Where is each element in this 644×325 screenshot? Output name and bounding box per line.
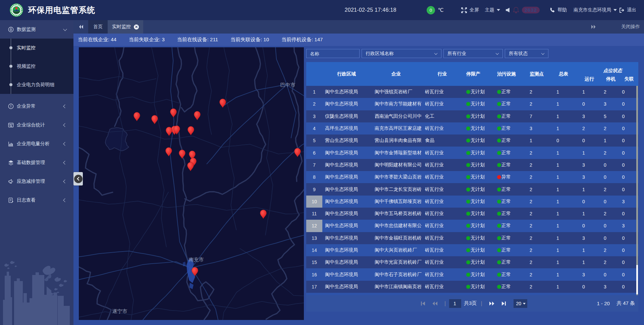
cell-running: 1 [577,150,602,156]
previous-page-button[interactable] [432,301,438,306]
cell-treatment-facility: 正常 [494,235,523,241]
map-pin-14[interactable] [187,162,194,171]
region-filter-select[interactable]: 行政区域名称 [362,49,441,58]
map-pin-4[interactable] [194,111,201,120]
map-pin-11[interactable] [178,149,186,159]
close-operations-button[interactable]: 关闭操作 [621,24,640,30]
map-pin-15[interactable] [294,148,301,157]
forward-tabs-button[interactable] [591,24,596,29]
table-row-7[interactable]: 7阆中生态环境局阆中明阳建材有限公司砖瓦行业无计划正常21300 [306,159,638,171]
table-scrollbar[interactable] [636,86,638,295]
col-header-1[interactable]: 行政区域 [322,62,371,86]
tab-1[interactable]: 首页 [88,20,108,34]
map-pin-9[interactable] [187,126,195,136]
table-row-13[interactable]: 13阆中生态环境局阆中市金福旺页岩机砖砖瓦行业无计划正常21300 [306,232,638,244]
table-row-17[interactable]: 17阆中生态环境局阆中市江南镇阆南页岩砖瓦行业无计划正常21030 [306,281,638,293]
status-filter-select[interactable]: 所有状态 [505,49,548,58]
map-pin-5[interactable] [151,115,158,124]
table-row-15[interactable]: 15阆中生态环境局阆中市光富页岩机砖厂砖瓦行业无计划正常21120 [306,256,638,268]
cell-region: 阆中生态环境局 [322,259,371,265]
table-row-18[interactable]: 18南部生态环境局南部县新华水泥有限公建材加工无计划正常60060 [306,293,638,295]
col-subheader-2[interactable]: 停机 [602,74,620,86]
last-page-button[interactable] [501,301,506,306]
map-pin-8[interactable] [173,125,180,135]
map-pin-16[interactable] [260,209,267,219]
sidebar-item-3[interactable]: 企业综合统计 [0,116,73,134]
tab-2[interactable]: 实时监控✕ [108,20,143,34]
table-scrollbar-thumb[interactable] [636,265,638,294]
table-row-9[interactable]: 9阆中生态环境局阆中市二龙长宝页岩砖砖瓦行业无计划正常21120 [306,183,638,195]
map-pin-3[interactable] [170,108,177,118]
sidebar-item-5[interactable]: 基础数据管理 [0,153,73,172]
sidebar-item-6[interactable]: 应急减排管理 [0,172,73,191]
name-filter-input[interactable] [306,49,360,58]
col-header-3[interactable]: 行业 [422,62,463,86]
col-header-2[interactable]: 企业 [371,62,422,86]
table-row-12[interactable]: 12阆中生态环境局阆中市忠信建材有限公砖瓦行业无计划正常21003 [306,220,638,232]
first-page-button[interactable] [421,301,425,306]
sidebar-item-4[interactable]: 企业用电量分析 [0,134,73,153]
table-row-14[interactable]: 14阆中生态环境局阆中大兴页岩机砖厂砖瓦行业无计划正常21120 [306,244,638,256]
table-row-11[interactable]: 11阆中生态环境局阆中市五马桥页岩机砖砖瓦行业无计划正常21120 [306,208,638,220]
cell-stopped: 2 [602,126,620,131]
col-header-6[interactable]: 监测点 [523,62,550,86]
tab-close-icon[interactable]: ✕ [134,24,139,30]
sidebar-item-1[interactable]: 数据监测 [0,20,73,39]
page-number-input[interactable] [449,299,461,308]
cell-monitor-points: 2 [523,162,550,168]
sidebar-item-7[interactable]: 日志查看 [0,191,73,210]
table-row-3[interactable]: 3仪陇生态环境局西南油气田分公司川中化工无计划正常71350 [306,110,638,122]
table-row-8[interactable]: 8阆中生态环境局阆中市枣碧大梁山页岩砖瓦行业无计划异常21300 [306,171,638,183]
cell-monitor-points: 2 [523,260,550,265]
col-subheader-1[interactable]: 运行 [577,74,602,86]
fullscreen-button[interactable]: 全屏 [461,7,479,13]
next-page-button[interactable] [489,301,495,306]
table-row-4[interactable]: 4高坪生态环境局南充市高坪区王家店建砖瓦行业无计划正常31220 [306,122,638,134]
logout-button[interactable]: 退出 [619,7,636,13]
org-dropdown[interactable]: 南充市生态环境局 [574,7,617,13]
table-row-16[interactable]: 16阆中生态环境局阆中市石子页岩机砖厂砖瓦行业无计划正常21300 [306,268,638,280]
table-row-1[interactable]: 1阆中生态环境局阆中强锐页岩砖厂砖瓦行业无计划正常21120 [306,86,638,98]
cell-region: 阆中生态环境局 [322,174,371,180]
table-row-6[interactable]: 6阆中生态环境局阆中市金博瑞新型墙材砖瓦行业无计划正常21120 [306,147,638,159]
table-row-2[interactable]: 2阆中生态环境局阆中市南方节能建材有砖瓦行业无计划正常21030 [306,98,638,110]
col-header-5[interactable]: 治污设施 [494,62,523,86]
chevron-down-icon [434,51,438,55]
cell-stopped: 2 [602,187,620,192]
map-base-layer [79,47,304,320]
map-panel[interactable]: 巴中市南充市遂宁市 [79,47,304,320]
col-header-7[interactable]: 总表 [550,62,577,86]
notifications-badge: 2632 [522,7,540,13]
chevron-left-icon [63,198,67,202]
map-pin-17[interactable] [191,267,199,276]
status-dot-icon [466,224,470,228]
cell-treatment-facility: 正常 [494,223,523,229]
col-header-4[interactable]: 停限产 [463,62,494,86]
total-pages-label: 共3页 [464,300,477,307]
col-subheader-3[interactable]: 失联 [620,74,638,86]
table-row-5[interactable]: 5营山生态环境局营山县润丰肉食品有限食品无计划正常10010 [306,134,638,147]
page-size-select[interactable]: 20 [514,299,528,308]
region-filter-value: 行政区域名称 [366,51,394,57]
collapse-tabs-left-button[interactable] [73,20,88,34]
cell-total-meters: 1 [550,114,577,119]
map-pin-7[interactable] [165,126,173,136]
map-pin-10[interactable] [165,147,172,157]
cell-treatment-facility: 正常 [494,162,523,168]
notifications-widget[interactable]: 2632 [513,7,540,13]
row-index: 15 [306,256,322,268]
map-collapse-handle[interactable] [73,172,83,185]
map-pin-2[interactable] [133,112,141,121]
help-button[interactable]: 帮助 [549,7,567,13]
cell-region: 高坪生态环境局 [322,125,371,131]
table-row-10[interactable]: 10阆中生态环境局阆中千佛镇五郎垭页岩砖瓦行业无计划正常21003 [306,196,638,208]
status-dot-icon [497,139,501,143]
sidebar-item-2[interactable]: 企业异常 [0,97,73,116]
map-pin-1[interactable] [219,98,226,108]
industry-filter-select[interactable]: 所有行业 [443,49,503,58]
mute-button[interactable] [505,7,510,13]
cell-offline: 0 [620,248,638,253]
theme-dropdown[interactable]: 主题 [485,7,500,13]
cell-region: 阆中生态环境局 [322,235,371,241]
cell-treatment-facility: 正常 [494,113,523,119]
